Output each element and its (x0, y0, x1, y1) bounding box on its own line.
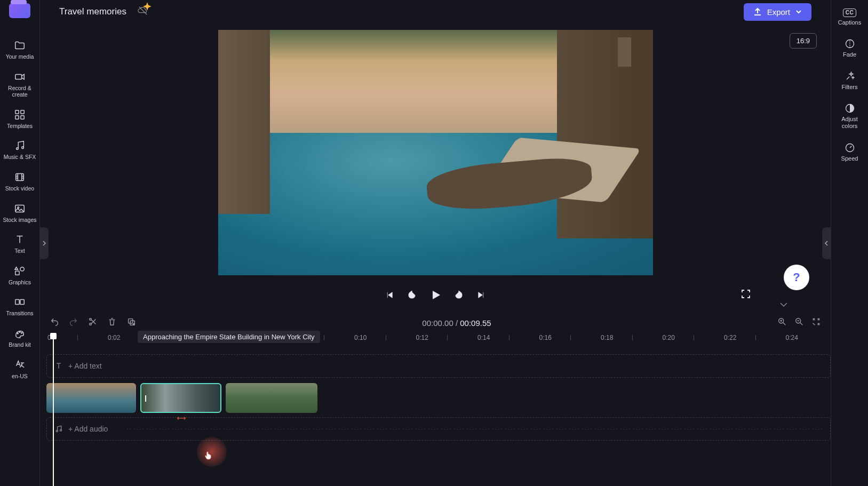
svg-point-11 (20, 267, 24, 270)
clip-tooltip: Approaching the Empire State Building in… (138, 331, 320, 343)
fullscreen-button[interactable] (741, 289, 751, 301)
transitions-icon (14, 296, 26, 308)
skip-end-button[interactable] (476, 290, 486, 300)
video-track[interactable]: || (46, 382, 831, 414)
skip-start-button[interactable] (385, 290, 394, 300)
project-title[interactable]: Travel memories (59, 6, 126, 17)
right-sidebar-item-adjust-colors[interactable]: Adjust colors (834, 97, 866, 136)
cloud-sync-off-icon[interactable] (137, 6, 149, 18)
sidebar-item-stock-images[interactable]: Stock images (2, 197, 38, 229)
ruler-minor-tick (570, 335, 571, 340)
chevron-down-icon (795, 9, 802, 15)
sidebar-item-label: Record & create (3, 85, 37, 98)
image-icon (14, 203, 26, 214)
time-duration: 00:09.55 (460, 318, 491, 328)
svg-rect-12 (15, 300, 19, 305)
filters-icon (845, 71, 855, 82)
redo-button[interactable] (69, 317, 78, 329)
sparkle-icon (141, 2, 153, 11)
music-icon (14, 140, 26, 152)
right-sidebar-item-fade[interactable]: Fade (834, 32, 866, 65)
forward-5s-button[interactable]: 5 (454, 290, 464, 300)
duplicate-button[interactable] (126, 317, 136, 329)
left-sidebar: Your media Record & create Templates Mus… (0, 0, 40, 486)
sidebar-item-label: Transitions (6, 310, 34, 317)
right-sidebar-item-label: Adjust colors (835, 116, 865, 129)
sidebar-item-templates[interactable]: Templates (2, 103, 38, 135)
right-sidebar-item-captions[interactable]: CC Captions (834, 2, 866, 32)
sidebar-item-label: Text (14, 248, 25, 254)
sidebar-item-label: Templates (7, 123, 33, 130)
split-button[interactable] (88, 317, 98, 329)
zoom-in-button[interactable] (777, 317, 787, 329)
time-display: 00:00.00 / 00:09.55 (146, 318, 768, 328)
sidebar-item-stock-video[interactable]: Stock video (2, 166, 38, 197)
svg-point-6 (22, 147, 24, 149)
video-clip-3[interactable] (226, 383, 317, 413)
app-logo[interactable] (9, 3, 30, 18)
sidebar-item-your-media[interactable]: Your media (2, 34, 38, 66)
export-button-label: Export (767, 7, 790, 17)
ruler-tick-label: 0:12 (416, 334, 428, 341)
ruler-tick-label: 0:02 (108, 334, 120, 341)
right-sidebar-item-filters[interactable]: Filters (834, 65, 866, 97)
cc-icon: CC (843, 9, 856, 17)
sidebar-item-brand-kit[interactable]: Brand kit (2, 322, 38, 354)
delete-button[interactable] (107, 317, 117, 329)
brand-kit-icon (14, 328, 26, 339)
sidebar-item-label: en-US (12, 373, 28, 380)
right-sidebar-item-label: Speed (841, 155, 858, 162)
sidebar-item-language[interactable]: en-US (2, 354, 38, 385)
play-button[interactable] (429, 289, 441, 301)
ruler-minor-tick (77, 335, 78, 340)
zoom-fit-button[interactable] (811, 317, 821, 329)
right-sidebar-item-label: Filters (842, 84, 858, 91)
svg-point-30 (60, 429, 61, 431)
collapse-preview-handle[interactable] (779, 300, 788, 309)
ruler-tick-label: 0:22 (724, 334, 736, 341)
playback-controls: 5 5 (40, 289, 831, 301)
text-icon (54, 362, 63, 370)
right-sidebar-item-speed[interactable]: Speed (834, 136, 866, 169)
video-clip-2-selected[interactable]: || (140, 383, 221, 413)
right-sidebar-item-label: Captions (838, 19, 861, 26)
svg-point-22 (90, 318, 92, 321)
timeline-tracks: + Add text Approaching the Empire State … (46, 354, 831, 441)
svg-point-16 (21, 332, 22, 333)
zoom-out-button[interactable] (794, 317, 804, 329)
sidebar-item-music-sfx[interactable]: Music & SFX (2, 134, 38, 166)
templates-icon (14, 109, 26, 121)
sidebar-item-graphics[interactable]: Graphics (2, 260, 38, 291)
svg-rect-13 (20, 300, 24, 305)
video-preview-canvas[interactable] (218, 30, 653, 275)
sidebar-item-text[interactable]: Text (2, 228, 38, 260)
adjust-colors-icon (845, 103, 855, 114)
timeline-section: 00:00.00 / 00:09.55 0 0:020:040:060:080:… (40, 312, 831, 486)
ruler-minor-tick (694, 335, 694, 340)
hand-cursor-overlay (204, 451, 212, 460)
help-button[interactable]: ? (784, 265, 809, 290)
right-sidebar: CC Captions Fade Filters Adjust colors S… (831, 0, 868, 486)
video-clip-1[interactable] (46, 383, 136, 413)
fade-icon (845, 38, 855, 49)
ruler-tick-label: 0:20 (663, 334, 675, 341)
folder-icon (14, 39, 26, 51)
export-button[interactable]: Export (744, 3, 811, 21)
aspect-ratio-button[interactable]: 16:9 (790, 33, 817, 49)
sidebar-item-label: Graphics (9, 279, 31, 286)
rewind-5s-button[interactable]: 5 (407, 290, 417, 300)
time-current: 00:00.00 (422, 318, 453, 328)
sidebar-item-transitions[interactable]: Transitions (2, 291, 38, 322)
svg-point-26 (133, 323, 135, 325)
text-track[interactable]: + Add text Approaching the Empire State … (46, 354, 831, 378)
ruler-minor-tick (755, 335, 756, 340)
undo-button[interactable] (50, 317, 59, 329)
audio-track[interactable]: + Add audio (46, 417, 831, 441)
speed-icon (845, 142, 855, 153)
ruler-minor-tick (447, 335, 448, 340)
ruler-minor-tick (324, 335, 324, 340)
sidebar-item-record-create[interactable]: Record & create (2, 66, 38, 103)
playhead[interactable] (53, 334, 54, 486)
svg-rect-1 (15, 110, 19, 114)
sidebar-item-label: Your media (6, 53, 34, 60)
